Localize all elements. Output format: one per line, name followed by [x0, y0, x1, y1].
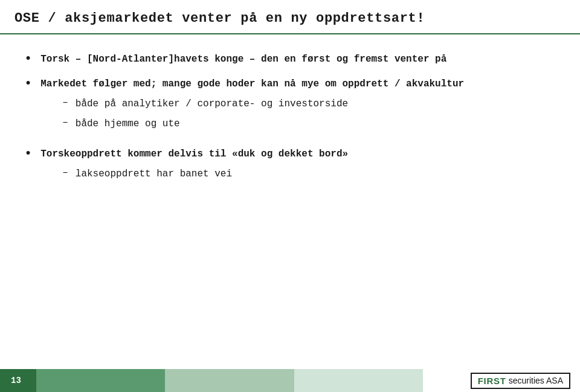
page-title: OSE / aksjemarkedet venter på en ny oppd… [14, 11, 425, 26]
bullet-dot-2: • [24, 76, 32, 91]
list-item: – lakseoppdrett har banet vei [62, 167, 348, 181]
bullet-dot-3: • [24, 146, 32, 161]
logo-securities: securities ASA [509, 376, 563, 385]
sub-dash-2: – [62, 117, 68, 128]
footer-segment-3 [294, 369, 423, 392]
footer-segment-2 [165, 369, 294, 392]
list-item: • Markedet følger med; mange gode hoder … [24, 77, 556, 137]
page-number: 13 [0, 369, 36, 392]
footer: 13 FIRST securities ASA [0, 369, 580, 392]
sub-bullet-text-2: både hjemme og ute [76, 117, 180, 130]
sub-dash-3: – [62, 167, 68, 178]
header: OSE / aksjemarkedet venter på en ny oppd… [0, 0, 580, 34]
list-item: • Torsk – [Nord-Atlanter]havets konge – … [24, 53, 556, 66]
bullet-section: • Torsk – [Nord-Atlanter]havets konge – … [24, 53, 556, 187]
footer-logo-area: FIRST securities ASA [423, 369, 580, 392]
main-content: • Torsk – [Nord-Atlanter]havets konge – … [0, 34, 580, 211]
sub-bullet-text-1: både på analytiker / corporate- og inves… [76, 97, 348, 111]
bullet-text-1: Torsk – [Nord-Atlanter]havets konge – de… [40, 54, 446, 65]
list-item: – både hjemme og ute [62, 117, 464, 130]
sub-bullet-list-3: – lakseoppdrett har banet vei [62, 167, 348, 181]
sub-dash-1: – [62, 97, 68, 108]
sub-bullet-text-3: lakseoppdrett har banet vei [76, 167, 232, 181]
company-logo: FIRST securities ASA [471, 373, 570, 389]
list-item: – både på analytiker / corporate- og inv… [62, 97, 464, 111]
list-item: • Torskeoppdrett kommer delvis til «duk … [24, 147, 556, 187]
bullet-text-3: Torskeoppdrett kommer delvis til «duk og… [40, 149, 348, 159]
sub-bullet-list-2: – både på analytiker / corporate- og inv… [62, 97, 464, 130]
bullet-dot-1: • [24, 51, 32, 66]
footer-segment-1 [36, 369, 165, 392]
logo-first: FIRST [478, 376, 506, 386]
bullet-text-2: Markedet følger med; mange gode hoder ka… [40, 79, 464, 89]
